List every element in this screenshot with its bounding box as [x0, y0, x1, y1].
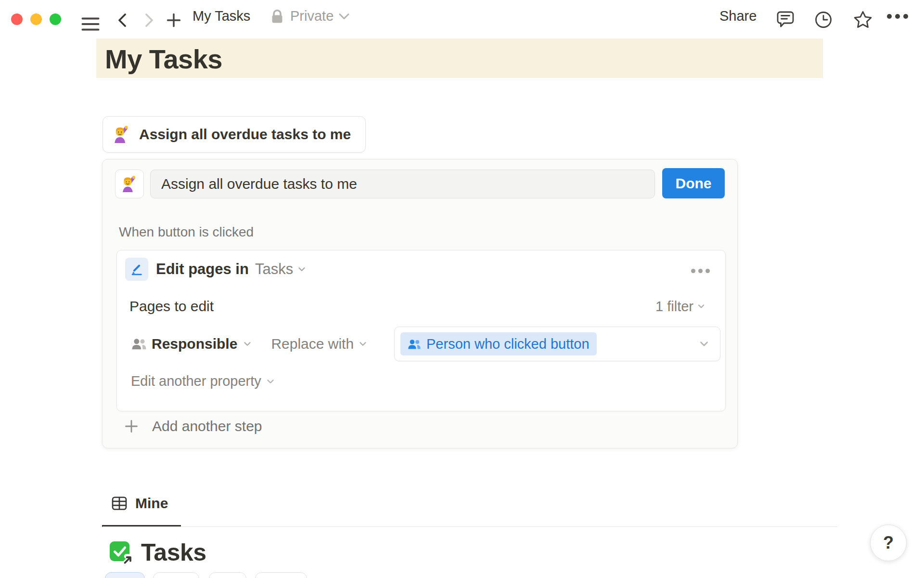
button-name-input[interactable]	[150, 170, 655, 198]
raising-hand-emoji-icon	[121, 175, 138, 193]
window-minimize-button[interactable]	[30, 13, 42, 25]
person-who-clicked-chip[interactable]: Person who clicked button	[400, 332, 597, 355]
chevron-down-icon	[265, 376, 276, 387]
add-another-step-label: Add another step	[152, 418, 262, 434]
updates-clock-icon[interactable]	[814, 10, 833, 29]
button-editor-panel: Done When button is clicked Edit pages i…	[102, 159, 738, 448]
db-control-pill[interactable]	[209, 572, 246, 578]
page-title[interactable]: My Tasks	[105, 39, 222, 78]
chevron-down-icon	[296, 264, 307, 275]
add-another-step-button[interactable]: Add another step	[124, 416, 262, 437]
value-select[interactable]: Person who clicked button	[394, 327, 720, 361]
privacy-dropdown[interactable]: Private	[290, 0, 334, 32]
favorite-star-icon[interactable]	[853, 10, 873, 29]
lock-icon	[271, 9, 283, 24]
filter-count-label: 1 filter	[655, 299, 693, 315]
window-titlebar: My Tasks Private Share	[0, 0, 924, 32]
operation-dropdown[interactable]: Replace with	[271, 336, 368, 352]
chevron-down-icon	[358, 339, 368, 349]
button-emoji-picker[interactable]	[115, 170, 144, 198]
edit-another-property-button[interactable]: Edit another property	[131, 373, 276, 389]
view-tab-mine-label: Mine	[135, 495, 168, 512]
automation-step-card: Edit pages in Tasks Pages to edit 1 filt…	[116, 250, 726, 411]
property-name-label: Responsible	[152, 336, 237, 352]
db-control-pill[interactable]	[255, 572, 307, 578]
help-button[interactable]: ?	[870, 525, 907, 561]
step-target-label: Tasks	[255, 261, 293, 278]
back-icon[interactable]	[116, 12, 129, 29]
comments-icon[interactable]	[775, 10, 796, 29]
database-heading: Tasks	[109, 539, 206, 566]
plus-icon	[124, 419, 139, 434]
people-icon	[131, 338, 147, 350]
edit-pencil-icon	[129, 262, 144, 276]
check-mark-emoji-icon	[109, 540, 133, 565]
step-more-options-icon[interactable]	[691, 269, 710, 273]
pages-to-edit-label: Pages to edit	[129, 298, 214, 315]
done-button[interactable]: Done	[662, 168, 725, 198]
automation-button-label: Assign all overdue tasks to me	[139, 126, 351, 143]
database-title[interactable]: Tasks	[141, 539, 206, 566]
more-options-icon[interactable]	[886, 13, 909, 19]
tabs-divider	[103, 526, 837, 527]
window-controls[interactable]	[11, 13, 61, 25]
edit-another-property-label: Edit another property	[131, 373, 261, 389]
share-button[interactable]: Share	[719, 0, 757, 32]
window-close-button[interactable]	[11, 13, 23, 25]
people-icon	[408, 339, 421, 350]
chevron-down-icon	[242, 339, 253, 349]
db-control-pill[interactable]	[153, 572, 199, 578]
automation-button[interactable]: Assign all overdue tasks to me	[103, 116, 366, 153]
forward-icon[interactable]	[142, 12, 156, 29]
page-title-banner: My Tasks	[96, 39, 823, 78]
raising-hand-emoji-icon	[113, 125, 131, 144]
operation-label: Replace with	[271, 336, 354, 352]
trigger-label: When button is clicked	[119, 224, 254, 240]
step-target-dropdown[interactable]: Tasks	[255, 261, 307, 278]
chip-label: Person who clicked button	[426, 336, 590, 352]
view-tab-mine[interactable]: Mine	[111, 495, 168, 512]
chevron-down-icon	[696, 302, 706, 311]
filter-dropdown[interactable]: 1 filter	[655, 299, 706, 315]
window-zoom-button[interactable]	[50, 13, 61, 25]
edit-pages-icon-tile	[125, 258, 148, 281]
new-page-icon[interactable]	[166, 12, 182, 28]
sidebar-menu-icon[interactable]	[81, 17, 100, 31]
breadcrumb-page-title[interactable]: My Tasks	[192, 0, 250, 32]
db-control-pill-active[interactable]	[105, 572, 145, 578]
step-action-label: Edit pages in	[156, 261, 249, 278]
table-view-icon	[111, 495, 128, 512]
chevron-down-icon	[698, 338, 710, 350]
property-dropdown[interactable]: Responsible	[131, 336, 253, 352]
chevron-down-icon[interactable]	[338, 13, 350, 20]
